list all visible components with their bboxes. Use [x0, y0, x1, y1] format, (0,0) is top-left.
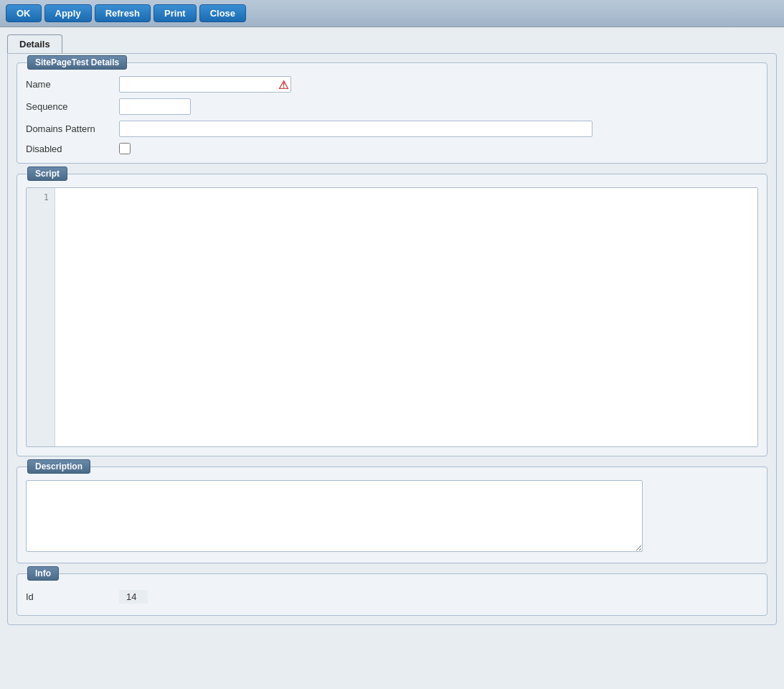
disabled-checkbox[interactable] — [119, 143, 131, 154]
main-panel: SitePageTest Details Name ⚠ Sequence Dom… — [7, 53, 777, 625]
line-number-1: 1 — [44, 192, 49, 202]
details-section-title: SitePageTest Details — [27, 55, 127, 70]
info-section: Info Id 14 — [16, 573, 768, 616]
name-input[interactable] — [119, 76, 291, 93]
sequence-input[interactable] — [119, 98, 191, 115]
description-textarea[interactable] — [26, 480, 643, 552]
sequence-label: Sequence — [26, 101, 119, 112]
info-id-row: Id 14 — [26, 587, 758, 606]
script-editor: 1 — [26, 187, 758, 447]
info-id-value: 14 — [119, 590, 148, 604]
toolbar: OK Apply Refresh Print Close — [0, 0, 784, 27]
sequence-row: Sequence — [26, 98, 758, 115]
domains-label: Domains Pattern — [26, 123, 119, 134]
apply-button[interactable]: Apply — [44, 4, 92, 22]
name-field-wrapper: ⚠ — [119, 76, 291, 93]
info-section-title: Info — [27, 566, 59, 581]
script-textarea[interactable] — [55, 188, 757, 446]
details-section: SitePageTest Details Name ⚠ Sequence Dom… — [16, 62, 768, 164]
description-section: Description — [16, 467, 768, 563]
tab-details[interactable]: Details — [7, 34, 62, 53]
script-section: Script 1 — [16, 174, 768, 456]
name-row: Name ⚠ — [26, 76, 758, 93]
domains-row: Domains Pattern — [26, 121, 758, 137]
refresh-button[interactable]: Refresh — [95, 4, 151, 22]
info-id-label: Id — [26, 591, 119, 602]
script-section-title: Script — [27, 167, 67, 181]
description-section-title: Description — [27, 459, 90, 474]
tabs-bar: Details — [7, 34, 777, 53]
disabled-row: Disabled — [26, 143, 758, 154]
close-button[interactable]: Close — [199, 4, 246, 22]
content-area: Details SitePageTest Details Name ⚠ Sequ… — [0, 27, 784, 689]
domains-input[interactable] — [119, 121, 592, 137]
line-numbers: 1 — [27, 188, 55, 446]
name-label: Name — [26, 79, 119, 90]
ok-button[interactable]: OK — [6, 4, 42, 22]
print-button[interactable]: Print — [154, 4, 197, 22]
disabled-label: Disabled — [26, 144, 119, 154]
